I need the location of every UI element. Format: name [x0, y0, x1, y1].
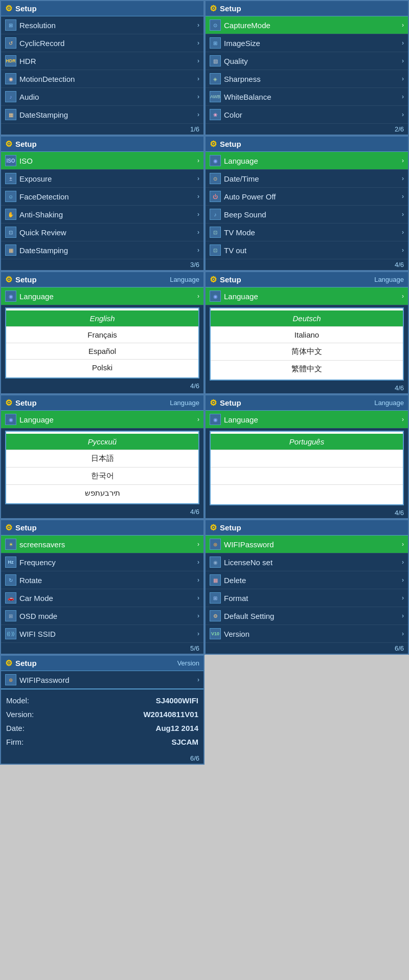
page-indicator: 6/6	[206, 643, 408, 654]
menu-item-wifipassword[interactable]: ⊛ WIFIPassword ›	[206, 536, 408, 553]
menu-item-wifissid[interactable]: ((·)) WIFI SSID ›	[1, 625, 203, 643]
power-icon: ⏻	[210, 191, 221, 202]
menu-item-osdmode[interactable]: ⊞ OSD mode ›	[1, 607, 203, 625]
exposure-icon: ±	[5, 173, 16, 184]
lang-option-francais[interactable]: Français	[6, 327, 198, 343]
lock-icon: ⊛	[5, 674, 16, 685]
lang-option-deutsch[interactable]: Deutsch	[211, 310, 403, 327]
lang-option-russian[interactable]: Русский	[6, 434, 198, 450]
item-label: TV out	[224, 246, 399, 255]
chevron-icon: ›	[402, 193, 404, 200]
menu-item-quickreview[interactable]: ⊡ Quick Review ›	[1, 224, 203, 241]
menu-item-sharpness[interactable]: ◈ Sharpness ›	[206, 70, 408, 88]
menu-item-whitebalance[interactable]: AWB WhiteBalance ›	[206, 88, 408, 106]
menu-item-imagesize[interactable]: ⊞ ImageSize ›	[206, 34, 408, 52]
menu-item-delete[interactable]: ▦ Delete ›	[206, 571, 408, 589]
menu-item-datetime[interactable]: ⊙ Date/Time ›	[206, 170, 408, 188]
lang-option-japanese[interactable]: 日本語	[6, 450, 198, 467]
item-label: ImageSize	[224, 39, 399, 48]
chevron-icon: ›	[197, 576, 199, 584]
page-indicator: 3/6	[1, 259, 203, 270]
lang-icon: ◉	[210, 155, 221, 166]
chevron-icon: ›	[197, 229, 199, 236]
antishake-icon: ✋	[5, 209, 16, 220]
menu-item-rotate[interactable]: ↻ Rotate ›	[1, 571, 203, 589]
menu-item-language-header[interactable]: ◉ Language ›	[206, 411, 408, 429]
menu-item-exposure[interactable]: ± Exposure ›	[1, 170, 203, 188]
panel-version: ⚙ Setup Version ⊛ WIFIPassword › Model: …	[0, 655, 204, 765]
lang-option-chinese-simplified[interactable]: 简体中文	[211, 343, 403, 361]
menu-item-cyclicrecord[interactable]: ↺ CyclicRecord ›	[1, 34, 203, 52]
page-indicator: 4/6	[206, 507, 408, 518]
chevron-icon: ›	[197, 175, 199, 182]
osd-icon: ⊞	[5, 610, 16, 621]
item-label: Rotate	[19, 576, 194, 585]
datestamp2-icon: ▦	[5, 244, 16, 256]
menu-item-facedetection[interactable]: ☺ FaceDetection ›	[1, 188, 203, 206]
menu-item-version[interactable]: V10 Version ›	[206, 625, 408, 643]
menu-item-format[interactable]: ⊞ Format ›	[206, 589, 408, 607]
menu-item-capturemode[interactable]: ⊙ CaptureMode ›	[206, 16, 408, 34]
lang-option-hebrew[interactable]: תירבעתפש	[6, 485, 198, 501]
row-4: ⚙ Setup Language ◉ Language › Русский 日本…	[0, 394, 409, 519]
menu-item-color[interactable]: ❀ Color ›	[206, 106, 408, 124]
datetime-icon: ⊙	[210, 173, 221, 184]
audio-icon: ♪	[5, 91, 16, 102]
chevron-icon: ›	[402, 211, 404, 218]
panel-subtitle: Language	[374, 399, 404, 407]
menu-item-licenseno[interactable]: ◉ LicenseNo set ›	[206, 553, 408, 571]
date-label: Date:	[6, 721, 25, 735]
gear-icon: ⚙	[5, 139, 12, 149]
car-icon: 🚗	[5, 592, 16, 604]
panel-header: ⚙ Setup Language	[1, 395, 203, 411]
lang-option-polski[interactable]: Polski	[6, 360, 198, 375]
menu-item-language-header[interactable]: ◉ Language ›	[1, 411, 203, 429]
freq-icon: Hz	[5, 556, 16, 568]
menu-item-language-header[interactable]: ◉ Language ›	[1, 287, 203, 305]
menu-item-frequency[interactable]: Hz Frequency ›	[1, 553, 203, 571]
menu-item-screensavers[interactable]: ☀ screensavers ›	[1, 536, 203, 553]
item-label: Date/Time	[224, 174, 399, 183]
panel-subtitle: Language	[374, 276, 404, 283]
lang-option-espanol[interactable]: Español	[6, 343, 198, 360]
lang-option-chinese-traditional[interactable]: 繁體中文	[211, 361, 403, 377]
item-label: ISO	[19, 157, 194, 165]
row-6: ⚙ Setup Version ⊛ WIFIPassword › Model: …	[0, 655, 409, 765]
menu-item-hdr[interactable]: HDR HDR ›	[1, 52, 203, 70]
menu-item-resolution[interactable]: ⊞ Resolution ›	[1, 16, 203, 34]
menu-item-tvout[interactable]: ⊡ TV out ›	[206, 241, 408, 259]
panel-subtitle: Language	[170, 276, 199, 283]
menu-item-datestamping2[interactable]: ▦ DateStamping ›	[1, 241, 203, 259]
lang-option-korean[interactable]: 한국어	[6, 467, 198, 485]
lang-option-portuguese[interactable]: Português	[211, 434, 403, 450]
chevron-icon: ›	[197, 559, 199, 566]
panel-header: ⚙ Setup Version	[1, 656, 203, 671]
lang-option-italiano[interactable]: Italiano	[211, 327, 403, 343]
lang-option-english[interactable]: English	[6, 310, 198, 327]
menu-item-motiondetection[interactable]: ◉ MotionDetection ›	[1, 70, 203, 88]
menu-item-carmode[interactable]: 🚗 Car Mode ›	[1, 589, 203, 607]
item-label: Format	[224, 594, 399, 603]
page-indicator: 4/6	[1, 506, 203, 517]
chevron-icon: ›	[402, 416, 404, 423]
menu-item-language[interactable]: ◉ Language ›	[206, 152, 408, 170]
panel-header: ⚙ Setup	[206, 520, 408, 536]
menu-item-autopoweroff[interactable]: ⏻ Auto Power Off ›	[206, 188, 408, 206]
menu-item-antishaking[interactable]: ✋ Anti-Shaking ›	[1, 206, 203, 224]
imagesize-icon: ⊞	[210, 37, 221, 49]
cyclic-icon: ↺	[5, 37, 16, 49]
menu-item-wifipassword-link[interactable]: ⊛ WIFIPassword ›	[1, 671, 203, 689]
gear-icon: ⚙	[5, 658, 12, 668]
menu-item-datestamping[interactable]: ▦ DateStamping ›	[1, 106, 203, 124]
menu-item-quality[interactable]: ▨ Quality ›	[206, 52, 408, 70]
panel-3-6-left: ⚙ Setup ISO ISO › ± Exposure › ☺ FaceDet…	[0, 136, 204, 271]
item-label: CaptureMode	[224, 21, 399, 30]
menu-item-iso[interactable]: ISO ISO ›	[1, 152, 203, 170]
menu-item-beepsound[interactable]: ♪ Beep Sound ›	[206, 206, 408, 224]
panel-1-6-left: ⚙ Setup ⊞ Resolution › ↺ CyclicRecord › …	[0, 0, 204, 136]
menu-item-audio[interactable]: ♪ Audio ›	[1, 88, 203, 106]
menu-item-tvmode[interactable]: ⊡ TV Mode ›	[206, 224, 408, 241]
menu-item-defaultsetting[interactable]: ⚙ Default Setting ›	[206, 607, 408, 625]
menu-item-language-header[interactable]: ◉ Language ›	[206, 287, 408, 305]
chevron-icon: ›	[197, 93, 199, 100]
